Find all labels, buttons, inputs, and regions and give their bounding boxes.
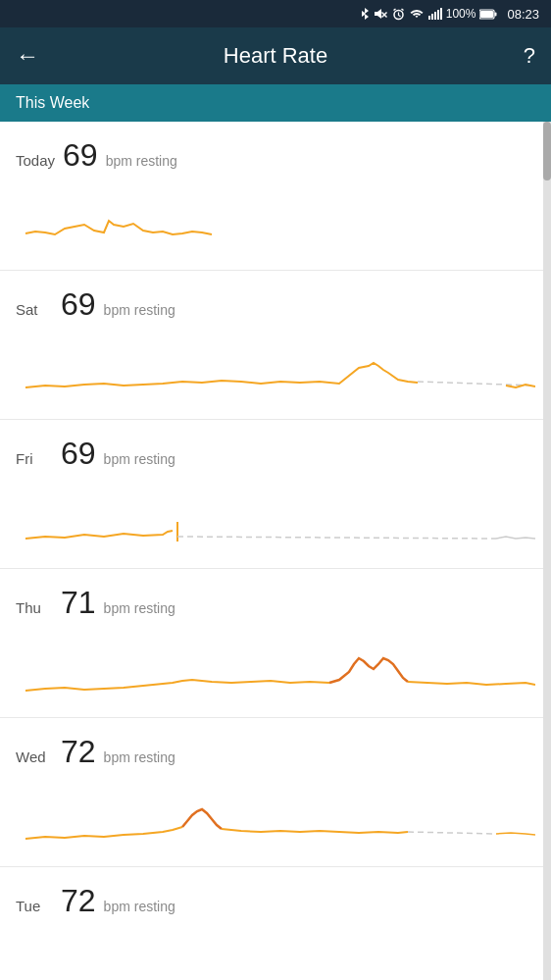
bpm-unit-sat: bpm resting: [104, 302, 175, 318]
bpm-value-tue: 72: [61, 883, 96, 919]
chart-svg-thu: [16, 637, 535, 705]
wifi-icon: [409, 8, 425, 20]
day-header-wed: Wed 72 bpm resting: [16, 734, 535, 770]
chart-fri: [16, 488, 535, 556]
day-header-today: Today 69 bpm resting: [16, 137, 535, 174]
bpm-unit-tue: bpm resting: [104, 899, 175, 914]
status-time: 08:23: [507, 7, 539, 22]
chart-tue: [16, 935, 535, 980]
day-header-sat: Sat 69 bpm resting: [16, 286, 535, 323]
bpm-unit-thu: bpm resting: [104, 600, 175, 616]
day-row-sat: Sat 69 bpm resting: [0, 271, 551, 420]
bpm-unit-wed: bpm resting: [104, 749, 175, 765]
bpm-value-today: 69: [63, 137, 98, 174]
section-header: This Week: [0, 84, 551, 122]
bpm-unit-today: bpm resting: [106, 153, 177, 169]
svg-line-9: [418, 382, 535, 386]
page-title: Heart Rate: [55, 43, 496, 69]
svg-rect-2: [431, 14, 433, 20]
svg-rect-5: [440, 8, 442, 20]
day-label-fri: Fri: [16, 450, 53, 467]
bpm-value-thu: 71: [61, 585, 96, 621]
help-button[interactable]: ?: [496, 43, 535, 69]
day-label-wed: Wed: [16, 748, 53, 765]
day-label-thu: Thu: [16, 599, 53, 616]
back-button[interactable]: ←: [16, 42, 55, 70]
content-wrapper: Today 69 bpm resting Sat 69 bpm resting: [0, 122, 551, 980]
alarm-icon: [392, 8, 405, 21]
scroll-thumb[interactable]: [543, 122, 551, 181]
bpm-unit-fri: bpm resting: [104, 451, 175, 467]
svg-rect-3: [434, 12, 436, 20]
chart-sat: [16, 338, 535, 407]
day-row-tue: Tue 72 bpm resting: [0, 867, 551, 980]
svg-rect-4: [437, 10, 439, 20]
battery-icon: [479, 9, 497, 20]
day-row-fri: Fri 69 bpm resting: [0, 420, 551, 569]
day-header-tue: Tue 72 bpm resting: [16, 883, 535, 919]
day-label-tue: Tue: [16, 898, 53, 914]
bpm-value-fri: 69: [61, 436, 96, 472]
chart-svg-fri: [16, 488, 535, 556]
day-row-thu: Thu 71 bpm resting: [0, 569, 551, 718]
day-rows: Today 69 bpm resting Sat 69 bpm resting: [0, 122, 551, 980]
chart-svg-sat: [16, 338, 535, 407]
status-icons: 100% 08:23: [359, 7, 539, 22]
svg-line-11: [177, 537, 496, 539]
chart-wed: [16, 786, 535, 854]
svg-line-12: [408, 832, 496, 834]
bluetooth-icon: [359, 7, 371, 21]
bpm-value-sat: 69: [61, 286, 96, 323]
chart-thu: [16, 637, 535, 705]
svg-rect-1: [428, 16, 430, 20]
day-header-thu: Thu 71 bpm resting: [16, 585, 535, 621]
day-label-today: Today: [16, 152, 55, 169]
battery-percent: 100%: [446, 7, 476, 21]
bpm-value-wed: 72: [61, 734, 96, 770]
chart-svg-wed: [16, 786, 535, 854]
mute-icon: [375, 8, 388, 20]
svg-rect-7: [480, 11, 493, 18]
scroll-track[interactable]: [543, 122, 551, 980]
day-row-wed: Wed 72 bpm resting: [0, 718, 551, 867]
day-label-sat: Sat: [16, 301, 53, 318]
signal-icon: [428, 8, 442, 20]
status-bar: 100% 08:23: [0, 0, 551, 27]
day-header-fri: Fri 69 bpm resting: [16, 436, 535, 472]
day-row-today: Today 69 bpm resting: [0, 122, 551, 271]
top-nav: ← Heart Rate ?: [0, 27, 551, 84]
svg-rect-8: [495, 12, 497, 16]
chart-today: [16, 189, 535, 258]
chart-svg-today: [16, 189, 535, 258]
